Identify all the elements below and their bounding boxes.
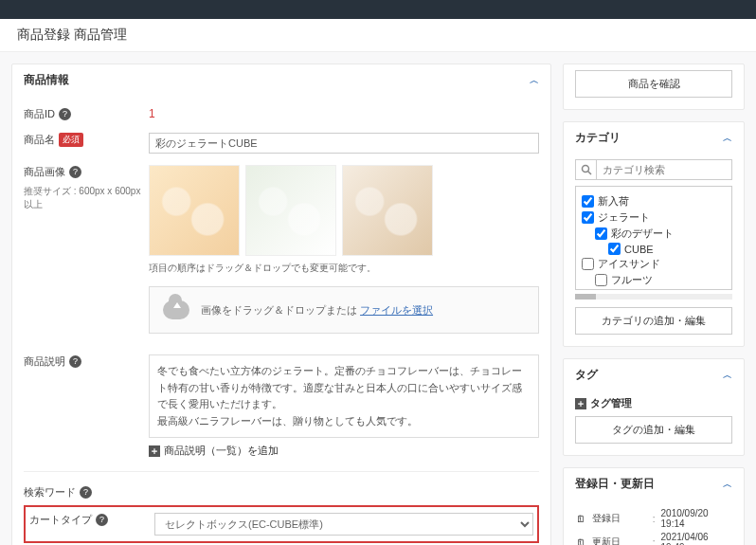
product-image[interactable]: [245, 165, 336, 256]
category-checkbox[interactable]: [582, 258, 594, 270]
help-icon[interactable]: ?: [80, 486, 92, 499]
search-word-label: 検索ワード: [24, 485, 76, 500]
calendar-icon: 🗓: [575, 513, 586, 524]
dates-title: 登録日・更新日: [575, 476, 655, 492]
card-header[interactable]: タグ ︿: [564, 359, 744, 391]
top-bar: [0, 0, 756, 19]
image-label: 商品画像: [24, 165, 65, 179]
chevron-up-icon: ︿: [530, 74, 539, 87]
category-list: 新入荷 ジェラート 彩のデザート CUBE アイスサンド フルーツ: [575, 186, 732, 290]
category-edit-button[interactable]: カテゴリの追加・編集: [575, 307, 732, 335]
tag-edit-button[interactable]: タグの追加・編集: [575, 416, 732, 444]
product-name-input[interactable]: [149, 133, 539, 154]
required-badge: 必須: [59, 133, 83, 147]
field-row-name: 商品名 必須: [24, 127, 539, 159]
image-list: [149, 165, 539, 256]
description-input[interactable]: 冬でも食べたい立方体のジェラート。定番のチョコフレーバーは、チョコレート特有の甘…: [149, 354, 539, 438]
page-title: 商品登録 商品管理: [0, 19, 756, 52]
field-row-desc: 商品説明 ? 冬でも食べたい立方体のジェラート。定番のチョコフレーバーは、チョコ…: [24, 349, 539, 463]
dates-card: 登録日・更新日 ︿ 🗓 登録日 : 2010/09/20 19:14 🗓 更新日…: [563, 467, 745, 545]
svg-point-0: [582, 166, 588, 173]
dropzone-text: 画像をドラッグ＆ドロップまたは: [201, 304, 357, 316]
help-icon[interactable]: ?: [59, 108, 71, 120]
plus-icon: ＋: [149, 445, 160, 457]
calendar-icon: 🗓: [575, 536, 586, 545]
card-header[interactable]: カテゴリ ︿: [564, 122, 744, 154]
id-label: 商品ID: [24, 107, 55, 121]
category-card: カテゴリ ︿ 新入荷 ジェラート 彩のデザート CUBE アイスサンド フルーツ: [563, 121, 745, 347]
field-row-id: 商品ID ? 1: [24, 101, 539, 127]
card-header[interactable]: 登録日・更新日 ︿: [564, 468, 744, 500]
cart-type-select[interactable]: セレクトボックス(EC-CUBE標準): [154, 513, 533, 536]
category-search-input[interactable]: [597, 160, 731, 179]
add-description-link[interactable]: ＋ 商品説明（一覧）を追加: [149, 444, 539, 458]
category-item[interactable]: CUBE: [582, 243, 726, 255]
category-item[interactable]: 新入荷: [582, 194, 726, 209]
product-image[interactable]: [149, 165, 240, 256]
cart-type-label: カートタイプ: [29, 513, 92, 527]
category-item[interactable]: 彩のデザート: [582, 227, 726, 241]
card-header[interactable]: 商品情報 ︿: [12, 64, 550, 96]
help-icon[interactable]: ?: [69, 355, 81, 368]
scrollbar-horizontal[interactable]: [575, 294, 732, 300]
tag-title: タグ: [575, 367, 598, 383]
field-row-search-word: 検索ワード ?: [24, 480, 539, 505]
image-dropzone[interactable]: 画像をドラッグ＆ドロップまたは ファイルを選択: [149, 286, 539, 334]
chevron-up-icon: ︿: [723, 369, 732, 382]
add-desc-label: 商品説明（一覧）を追加: [164, 444, 279, 458]
field-row-images: 商品画像 ? 推奨サイズ : 600px x 600px以上 項目の順序はドラッ…: [24, 159, 539, 339]
product-image[interactable]: [342, 165, 433, 256]
help-icon[interactable]: ?: [96, 514, 108, 526]
chevron-up-icon: ︿: [723, 132, 732, 145]
file-select-link[interactable]: ファイルを選択: [360, 304, 433, 316]
card-title: 商品情報: [24, 72, 69, 88]
drag-note: 項目の順序はドラッグ＆ドロップでも変更可能です。: [149, 262, 539, 275]
svg-line-1: [587, 172, 591, 175]
category-search: [575, 159, 732, 180]
confirm-card: 商品を確認: [563, 64, 745, 110]
tag-card: タグ ︿ ＋ タグ管理 タグの追加・編集: [563, 358, 745, 456]
main-column: 商品情報 ︿ 商品ID ? 1 商品名 必須: [11, 64, 551, 545]
category-item[interactable]: アイスサンド: [582, 257, 726, 271]
category-checkbox[interactable]: [595, 274, 607, 286]
category-checkbox[interactable]: [582, 195, 594, 208]
search-icon: [576, 160, 597, 179]
plus-icon: ＋: [575, 398, 586, 409]
layout: 商品情報 ︿ 商品ID ? 1 商品名 必須: [0, 52, 756, 545]
chevron-up-icon: ︿: [723, 478, 732, 491]
category-item[interactable]: ジェラート: [582, 210, 726, 225]
help-icon[interactable]: ?: [69, 166, 81, 178]
upload-icon: [163, 300, 189, 319]
highlighted-field: カートタイプ ? セレクトボックス(EC-CUBE標準): [24, 505, 539, 543]
meta-row: 🗓 登録日 : 2010/09/20 19:14: [575, 508, 732, 529]
category-checkbox[interactable]: [608, 243, 621, 255]
image-hint: 推奨サイズ : 600px x 600px以上: [24, 185, 149, 211]
category-checkbox[interactable]: [595, 227, 607, 240]
meta-row: 🗓 更新日 : 2021/04/06 19:49: [575, 532, 732, 545]
product-info-card: 商品情報 ︿ 商品ID ? 1 商品名 必須: [11, 64, 551, 545]
name-label: 商品名: [24, 133, 55, 147]
desc-label: 商品説明: [24, 354, 65, 369]
category-title: カテゴリ: [575, 130, 621, 146]
id-value: 1: [149, 107, 539, 120]
category-checkbox[interactable]: [582, 211, 594, 224]
category-item[interactable]: フルーツ: [582, 273, 726, 287]
confirm-product-button[interactable]: 商品を確認: [575, 70, 732, 98]
side-column: 商品を確認 カテゴリ ︿ 新入荷 ジェラート 彩のデザート CU: [563, 64, 745, 545]
tag-manage-link[interactable]: ＋ タグ管理: [575, 396, 732, 410]
